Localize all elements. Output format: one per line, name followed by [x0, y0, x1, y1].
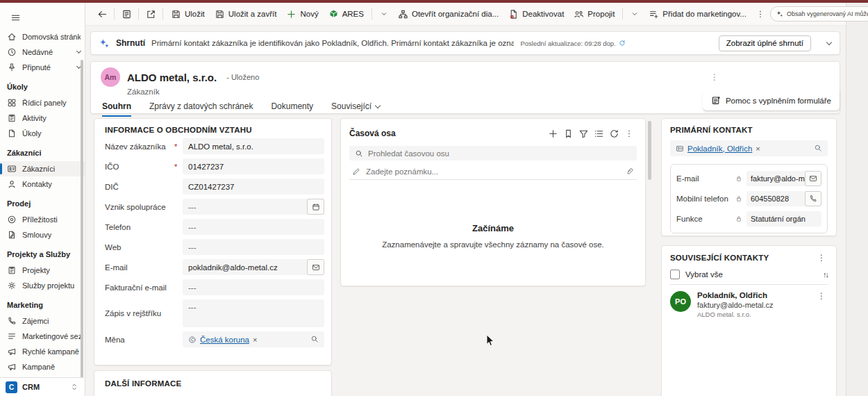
remove-contact-button[interactable]: ×: [756, 145, 760, 153]
related-contacts-overflow-button[interactable]: ⋮: [815, 253, 828, 263]
send-email-button[interactable]: [805, 171, 821, 186]
web-field[interactable]: ---: [183, 239, 324, 255]
show-full-summary-button[interactable]: Zobrazit úplné shrnutí: [719, 35, 811, 51]
tab-summary[interactable]: Souhrn: [102, 101, 131, 117]
chevron-down-icon[interactable]: [76, 49, 81, 53]
save-and-close-button[interactable]: Uložit a zavřít: [210, 6, 281, 23]
sidebar-item-label: Nedávné: [22, 48, 53, 56]
send-email-button[interactable]: [307, 259, 324, 275]
open-org-chart-button[interactable]: Otevřít organizační dia...: [394, 6, 503, 23]
sidebar-item-label: Smlouvy: [22, 231, 51, 239]
timeline-expand-records-button[interactable]: [591, 126, 606, 141]
show-full-summary-label: Zobrazit úplné shrnutí: [726, 39, 803, 47]
timeline-bookmark-button[interactable]: [560, 126, 576, 141]
timeline-note-box[interactable]: [349, 164, 637, 180]
connect-label: Propojit: [587, 10, 615, 18]
ares-button[interactable]: ARES: [324, 6, 368, 23]
currency-field[interactable]: Česká koruna ×: [183, 331, 324, 347]
sidebar-item-projects[interactable]: Projekty: [0, 263, 85, 278]
sidebar-item-dashboards[interactable]: Řídicí panely: [0, 95, 85, 110]
primary-contact-lookup[interactable]: Pokladník, Oldřich ×: [670, 140, 828, 156]
refresh-icon[interactable]: [619, 40, 626, 47]
contact-name[interactable]: Pokladník, Oldřich: [697, 291, 774, 299]
sidebar-item-contracts[interactable]: Smlouvy: [0, 227, 85, 242]
add-to-marketing-list-button[interactable]: Přidat do marketingov...: [644, 6, 751, 23]
app-switcher[interactable]: C CRM: [0, 377, 84, 396]
account-name-field[interactable]: ALDO metal, s.r.o.: [183, 138, 324, 154]
field-label: Měna: [105, 336, 174, 344]
sort-button[interactable]: ↑↓: [823, 270, 828, 279]
hamburger-menu-button[interactable]: [6, 8, 24, 26]
back-button[interactable]: [94, 6, 110, 22]
sidebar-item-tasks[interactable]: Úkoly: [0, 126, 85, 141]
form-fill-help-button[interactable]: Pomoc s vyplněním formuláře: [703, 90, 840, 111]
sidebar-item-marketing-lists[interactable]: Marketingové sez...: [0, 329, 85, 344]
sidebar-item-project-services[interactable]: Služby projektu: [0, 278, 85, 293]
contact-mobile-field[interactable]: 604550828: [746, 191, 821, 206]
date-picker-button[interactable]: [307, 199, 324, 215]
contact-function-field[interactable]: Statutární orgán: [746, 211, 821, 226]
form-scrollbar[interactable]: [648, 121, 651, 180]
contact-avatar: PO: [670, 291, 691, 312]
connect-dropdown-button[interactable]: [626, 6, 643, 22]
sparkle-icon: [776, 10, 783, 17]
sidebar-item-label: Řídicí panely: [22, 99, 67, 107]
tab-related[interactable]: Související: [331, 101, 380, 117]
phone-field[interactable]: ---: [183, 219, 324, 235]
cooperation-start-field[interactable]: ---: [183, 199, 324, 215]
billing-email-field[interactable]: ---: [183, 279, 324, 295]
section-title: SOUVISEJÍCÍ KONTAKTY: [670, 254, 815, 262]
command-bar: Uložit Uložit a zavřít Nový ARES Otevřít…: [85, 3, 846, 26]
sidebar-item-accounts[interactable]: Zákazníci: [0, 161, 85, 176]
sidebar-item-opportunities[interactable]: Příležitosti: [0, 212, 85, 227]
contact-lookup-button[interactable]: [814, 144, 822, 154]
timeline-search-box[interactable]: [349, 146, 637, 160]
timeline-add-button[interactable]: [545, 126, 560, 141]
record-overflow-button[interactable]: ⋮: [710, 72, 830, 82]
new-button[interactable]: Nový: [282, 6, 322, 23]
collapse-summary-chevron[interactable]: [826, 39, 832, 44]
email-field[interactable]: pokladnik@aldo-metal.cz: [183, 259, 324, 275]
deactivate-label: Deaktivovat: [522, 10, 564, 18]
remove-currency-button[interactable]: ×: [253, 336, 257, 344]
sidebar-scrollbar[interactable]: [81, 60, 83, 378]
select-all-checkbox[interactable]: [670, 270, 680, 279]
sidebar-item-activities[interactable]: Aktivity: [0, 110, 85, 126]
registry-entry-field[interactable]: ---: [183, 299, 324, 327]
tab-databox-messages[interactable]: Zprávy z datových schránek: [149, 101, 253, 117]
sidebar-item-recent[interactable]: Nedávné: [0, 44, 85, 60]
dic-field[interactable]: CZ01427237: [183, 179, 324, 195]
timeline-refresh-button[interactable]: [606, 126, 621, 141]
ares-dropdown-button[interactable]: [376, 6, 392, 22]
currency-link[interactable]: Česká koruna: [200, 336, 249, 344]
timeline-overflow-button[interactable]: ⋮: [621, 126, 637, 141]
sidebar-item-home[interactable]: Domovská stránka: [0, 29, 85, 44]
sidebar-item-label: Kampaně: [22, 363, 55, 371]
sidebar-item-quick-campaigns[interactable]: Rychlé kampaně: [0, 344, 85, 359]
primary-contact-link[interactable]: Pokladník, Oldřich: [687, 145, 752, 153]
sidebar-item-leads[interactable]: Zájemci: [0, 313, 85, 329]
call-button[interactable]: [805, 191, 821, 206]
divider: [114, 8, 115, 19]
field-row-billing-email: Fakturační e-mail ---: [105, 279, 324, 295]
timeline-filter-button[interactable]: [576, 126, 591, 141]
tab-documents[interactable]: Dokumenty: [271, 101, 313, 117]
contact-row-overflow-button[interactable]: ⋮: [815, 291, 828, 318]
deactivate-button[interactable]: Deaktivovat: [504, 6, 568, 23]
related-contact-row[interactable]: PO Pokladník, Oldřich faktury@aldo-metal…: [670, 285, 828, 318]
command-bar-overflow-button[interactable]: ⋮: [752, 6, 769, 22]
connect-button[interactable]: Propojit: [569, 6, 619, 23]
timeline-search-input[interactable]: [368, 149, 631, 158]
sidebar-item-contacts[interactable]: Kontakty: [0, 176, 85, 192]
add-to-marketing-label: Přidat do marketingov...: [662, 10, 746, 18]
paperclip-icon[interactable]: [626, 167, 634, 176]
ico-field[interactable]: 01427237: [183, 158, 324, 174]
show-form-button[interactable]: [118, 6, 135, 22]
save-button[interactable]: Uložit: [167, 6, 209, 23]
open-in-new-window-button[interactable]: [142, 6, 159, 22]
timeline-note-input[interactable]: [366, 167, 620, 176]
currency-lookup-button[interactable]: [310, 335, 319, 345]
contact-email-field[interactable]: faktury@aldo-met...: [746, 171, 821, 186]
sidebar-item-campaigns[interactable]: Kampaně: [0, 359, 85, 374]
sidebar-item-pinned[interactable]: Připnuté: [0, 60, 85, 75]
